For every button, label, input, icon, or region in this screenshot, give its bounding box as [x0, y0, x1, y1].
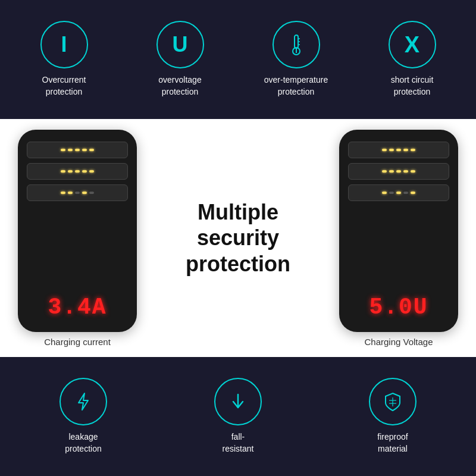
right-card-wrapper: 5.0U Charging Voltage: [339, 130, 458, 347]
middle-section: 3.4A Charging current Multiple security …: [0, 119, 476, 357]
feature-fall-resistant: fall- resistant: [178, 378, 298, 455]
left-display-value: 3.4A: [48, 295, 107, 320]
usb-light: [89, 149, 94, 151]
usb-light: [61, 149, 65, 151]
feature-overcurrent: I Overcurrent protection: [17, 21, 112, 98]
usb-light: [61, 170, 65, 173]
usb-port-1: [27, 142, 128, 158]
usb-light: [396, 149, 401, 151]
x-icon: X: [389, 21, 436, 68]
svg-marker-6: [79, 393, 88, 410]
usb-light: [411, 170, 415, 173]
top-section: I Overcurrent protection U overvoltage p…: [0, 0, 476, 119]
usb-light: [82, 170, 87, 173]
usb-port-2: [27, 163, 128, 180]
feature-leakage: leakage protection: [24, 378, 143, 455]
usb-port-3: [27, 184, 128, 201]
usb-light: [403, 192, 408, 194]
usb-light: [396, 170, 401, 173]
right-usb-ports: [348, 142, 449, 201]
usb-light: [403, 170, 408, 173]
middle-text: Multiple security protection: [137, 199, 339, 277]
feature-over-temperature: over-temperature protection: [249, 21, 344, 98]
usb-light: [382, 149, 387, 151]
usb-light: [82, 149, 87, 151]
usb-light: [382, 170, 387, 173]
fall-resistant-label: fall- resistant: [223, 431, 254, 455]
usb-light: [89, 170, 94, 173]
right-card-label: Charging Voltage: [364, 337, 433, 347]
usb-light: [75, 192, 80, 194]
usb-light: [382, 192, 387, 194]
usb-light: [89, 192, 94, 194]
usb-light: [389, 170, 394, 173]
overcurrent-label: Overcurrent protection: [42, 74, 86, 98]
left-usb-ports: [27, 142, 128, 201]
arrow-down-icon: [214, 378, 262, 425]
usb-light: [389, 192, 394, 194]
fireproof-label: fireproof material: [377, 431, 408, 455]
overvoltage-label: overvoltage protection: [158, 74, 201, 98]
usb-light: [389, 149, 394, 151]
overvoltage-icon: U: [156, 21, 204, 68]
feature-fireproof: fireproof material: [333, 378, 452, 455]
usb-port-r1: [348, 142, 449, 158]
left-card-label: Charging current: [44, 337, 111, 347]
usb-port-r2: [348, 163, 449, 180]
usb-light: [82, 192, 87, 194]
bottom-section: leakage protection fall- resistant: [0, 357, 476, 476]
shield-icon: [369, 378, 416, 425]
left-card-wrapper: 3.4A Charging current: [18, 130, 137, 347]
right-display-value: 5.0U: [369, 295, 428, 320]
usb-port-r3: [348, 184, 449, 201]
usb-light: [61, 192, 65, 194]
left-charger-card: 3.4A: [18, 130, 137, 332]
usb-light: [411, 149, 415, 151]
usb-light: [68, 192, 73, 194]
usb-light: [75, 170, 80, 173]
short-circuit-label: short circuit protection: [391, 74, 434, 98]
over-temperature-label: over-temperature protection: [264, 74, 328, 98]
right-charger-card: 5.0U: [339, 130, 458, 332]
feature-overvoltage: U overvoltage protection: [133, 21, 228, 98]
usb-light: [68, 170, 73, 173]
usb-light: [396, 192, 401, 194]
overcurrent-icon: I: [40, 21, 88, 68]
svg-rect-0: [295, 35, 298, 48]
usb-light: [403, 149, 408, 151]
usb-light: [68, 149, 73, 151]
feature-short-circuit: X short circuit protection: [365, 21, 460, 98]
thermometer-icon: [273, 21, 320, 68]
leakage-label: leakage protection: [65, 431, 101, 455]
lightning-icon: [60, 378, 107, 425]
usb-light: [411, 192, 415, 194]
usb-light: [75, 149, 80, 151]
